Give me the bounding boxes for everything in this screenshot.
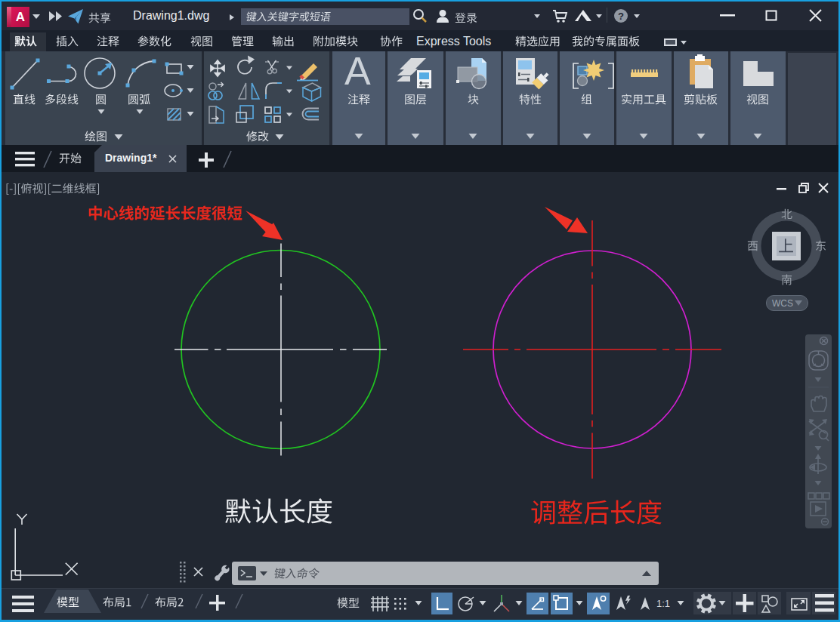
svg-text:?: ? xyxy=(618,11,624,22)
